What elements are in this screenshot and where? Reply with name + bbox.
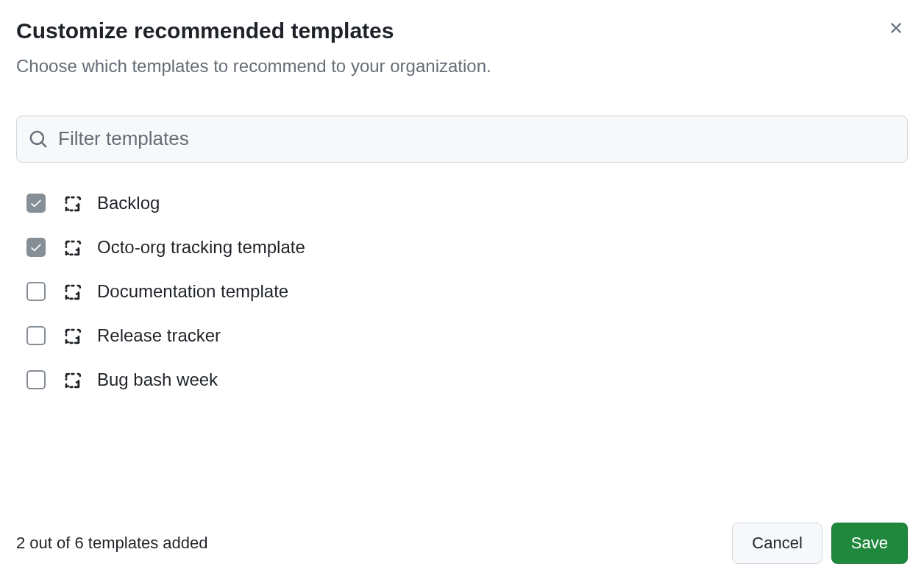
- template-list-item[interactable]: Bug bash week: [26, 369, 908, 391]
- dialog-footer: 2 out of 6 templates added Cancel Save: [16, 508, 908, 564]
- template-checkbox[interactable]: [26, 326, 46, 345]
- close-icon: [887, 19, 905, 39]
- template-checkbox[interactable]: [26, 194, 46, 213]
- template-list-item[interactable]: Octo-org tracking template: [26, 236, 908, 258]
- project-template-icon: [60, 236, 82, 258]
- customize-templates-dialog: Customize recommended templates Choose w…: [0, 0, 924, 580]
- template-label: Octo-org tracking template: [97, 237, 305, 258]
- dialog-header: Customize recommended templates Choose w…: [16, 16, 908, 79]
- close-button[interactable]: [884, 16, 908, 42]
- filter-templates-input[interactable]: [58, 127, 895, 150]
- template-checkbox[interactable]: [26, 238, 46, 257]
- footer-buttons: Cancel Save: [732, 523, 908, 564]
- template-checkbox[interactable]: [26, 370, 46, 389]
- template-label: Release tracker: [97, 325, 221, 346]
- template-list-item[interactable]: Documentation template: [26, 280, 908, 303]
- project-template-icon: [60, 369, 82, 391]
- dialog-subtitle: Choose which templates to recommend to y…: [16, 54, 491, 79]
- project-template-icon: [60, 280, 82, 303]
- template-list-item[interactable]: Release tracker: [26, 325, 908, 347]
- template-label: Backlog: [97, 193, 160, 213]
- header-text-block: Customize recommended templates Choose w…: [16, 16, 491, 79]
- template-label: Documentation template: [97, 281, 288, 302]
- dialog-title: Customize recommended templates: [16, 16, 491, 45]
- search-icon: [29, 130, 48, 149]
- status-text: 2 out of 6 templates added: [16, 534, 208, 553]
- project-template-icon: [60, 325, 82, 347]
- template-list: BacklogOcto-org tracking templateDocumen…: [16, 192, 908, 391]
- save-button[interactable]: Save: [831, 523, 908, 564]
- template-list-item[interactable]: Backlog: [26, 192, 908, 214]
- template-checkbox[interactable]: [26, 282, 46, 301]
- cancel-button[interactable]: Cancel: [732, 523, 822, 564]
- search-field-wrapper[interactable]: [16, 116, 908, 163]
- template-label: Bug bash week: [97, 369, 218, 390]
- project-template-icon: [60, 192, 82, 214]
